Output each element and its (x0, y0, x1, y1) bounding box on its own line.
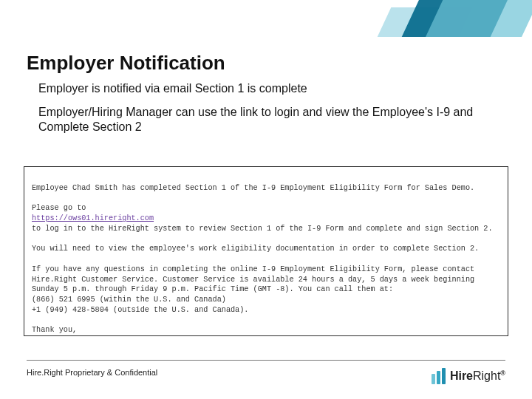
email-line-4: You will need to view the employee's wor… (32, 245, 479, 253)
slide: Employer Notification Employer is notifi… (0, 0, 532, 399)
logo-bars-icon (432, 368, 446, 384)
email-line-8: Thank you, (32, 326, 77, 334)
email-line-6: (866) 521 6995 (within the U.S. and Cana… (32, 296, 226, 304)
email-login-link[interactable]: https://ows01.hireright.com (32, 214, 154, 222)
email-line-1: Employee Chad Smith has completed Sectio… (32, 184, 474, 192)
body-text: Employer is notified via email Section 1… (38, 81, 502, 143)
logo-registered: ® (500, 369, 505, 377)
slide-title: Employer Notification (27, 52, 225, 75)
decorative-shapes (340, 0, 532, 52)
email-line-7: +1 (949) 428-5804 (outside the U.S. and … (32, 306, 248, 314)
logo-text: HireRight® (450, 369, 505, 383)
body-line-2: Employer/Hiring Manager can use the link… (38, 105, 502, 134)
body-line-1: Employer is notified via email Section 1… (38, 81, 502, 96)
email-line-2: Please go to (32, 204, 86, 212)
email-screenshot: Employee Chad Smith has completed Sectio… (24, 166, 508, 336)
logo-text-right: Right (473, 369, 500, 382)
hireright-logo: HireRight® (432, 368, 505, 384)
footer-rule (27, 360, 505, 361)
email-line-3: to log in to the HireRight system to rev… (32, 225, 493, 233)
logo-text-hire: Hire (450, 369, 473, 382)
email-line-5: If you have any questions in completing … (32, 265, 479, 294)
